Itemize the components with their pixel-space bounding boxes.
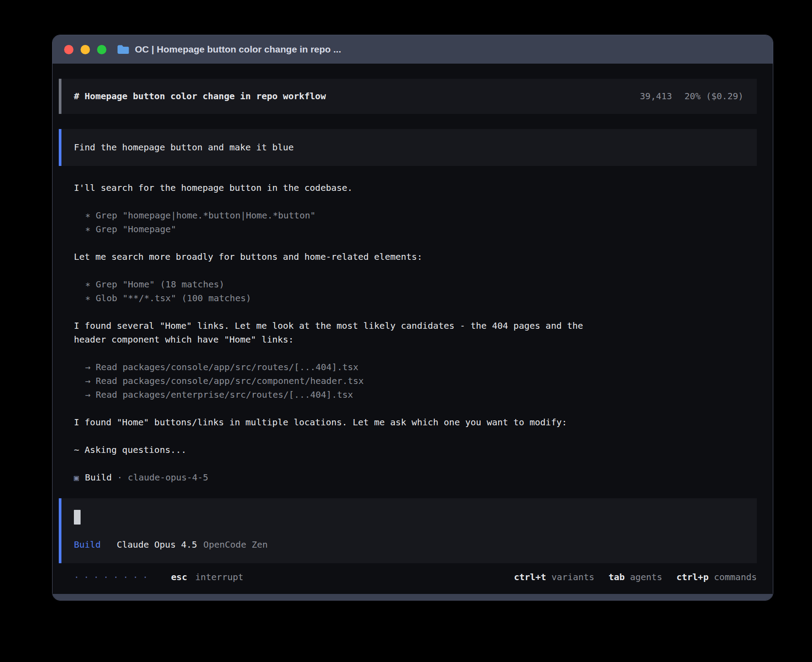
tool-call-read: → Read packages/console/app/src/routes/[… <box>85 360 757 374</box>
agent-name: Build <box>85 471 112 484</box>
hint-key: tab <box>609 570 625 584</box>
user-message-block: Find the homepage button and make it blu… <box>59 129 757 166</box>
close-window-button[interactable] <box>64 45 73 54</box>
esc-key-label: interrupt <box>195 570 243 584</box>
folder-icon <box>117 44 130 54</box>
asking-status: ~ Asking questions... <box>74 443 757 457</box>
tool-call-read: → Read packages/console/app/src/componen… <box>85 374 757 388</box>
esc-key-hint: esc <box>171 570 187 584</box>
assistant-text: I found "Home" buttons/links in multiple… <box>74 416 615 429</box>
terminal-content: # Homepage button color change in repo w… <box>53 64 773 594</box>
agent-status-line: ▣ Build · claude-opus-4-5 <box>74 471 757 484</box>
prompt-input[interactable]: Build Claude Opus 4.5 OpenCode Zen <box>59 498 757 563</box>
hint-label: commands <box>714 570 757 584</box>
user-message-text: Find the homepage button and make it blu… <box>74 142 294 153</box>
tool-call-group: ∗ Grep "homepage|home.*button|Home.*butt… <box>85 209 757 236</box>
agent-icon: ▣ <box>74 471 79 484</box>
model-row: Build Claude Opus 4.5 OpenCode Zen <box>74 538 743 552</box>
zoom-window-button[interactable] <box>97 45 106 54</box>
terminal-window: OC | Homepage button color change in rep… <box>52 35 773 601</box>
tool-call-grep: ∗ Grep "homepage|home.*button|Home.*butt… <box>85 209 757 222</box>
window-controls <box>64 45 106 54</box>
tool-call-read: → Read packages/enterprise/src/routes/[.… <box>85 388 757 402</box>
session-stats: 39,413 20% ($0.29) <box>640 89 743 103</box>
spinner-dots: ········ <box>74 570 152 584</box>
context-usage: 20% ($0.29) <box>685 89 743 103</box>
hint-label: variants <box>552 570 594 584</box>
session-title: # Homepage button color change in repo w… <box>74 89 326 103</box>
hint-agents: tab agents <box>609 570 662 584</box>
provider-name: OpenCode Zen <box>203 538 268 552</box>
statusbar-left: ········ esc interrupt <box>74 570 244 584</box>
minimize-window-button[interactable] <box>81 45 90 54</box>
window-bottom-chrome <box>53 594 773 600</box>
tool-call-grep: ∗ Grep "Home" (18 matches) <box>85 278 757 291</box>
titlebar[interactable]: OC | Homepage button color change in rep… <box>53 35 773 64</box>
agent-model: claude-opus-4-5 <box>128 471 208 484</box>
token-count: 39,413 <box>640 89 672 103</box>
window-title: OC | Homepage button color change in rep… <box>135 44 341 55</box>
hint-commands: ctrl+p commands <box>676 570 757 584</box>
statusbar-right: ctrl+t variants tab agents ctrl+p comman… <box>506 570 757 584</box>
session-header: # Homepage button color change in repo w… <box>59 79 757 114</box>
assistant-text: I'll search for the homepage button in t… <box>74 181 615 195</box>
agent-mode-label[interactable]: Build <box>74 538 101 552</box>
status-bar: ········ esc interrupt ctrl+t variants t… <box>74 570 757 584</box>
hint-variants: ctrl+t variants <box>514 570 594 584</box>
tool-call-grep: ∗ Grep "Homepage" <box>85 222 757 236</box>
tool-call-glob: ∗ Glob "**/*.tsx" (100 matches) <box>85 291 757 305</box>
text-cursor <box>74 510 81 525</box>
agent-separator: · <box>117 471 122 484</box>
hint-key: ctrl+p <box>676 570 708 584</box>
assistant-text: I found several "Home" links. Let me loo… <box>74 319 615 347</box>
model-name[interactable]: Claude Opus 4.5 <box>117 538 197 552</box>
hint-label: agents <box>630 570 662 584</box>
tool-call-group: ∗ Grep "Home" (18 matches) ∗ Glob "**/*.… <box>85 278 757 305</box>
tool-call-group: → Read packages/console/app/src/routes/[… <box>85 360 757 402</box>
hint-key: ctrl+t <box>514 570 546 584</box>
assistant-text: Let me search more broadly for buttons a… <box>74 250 615 264</box>
